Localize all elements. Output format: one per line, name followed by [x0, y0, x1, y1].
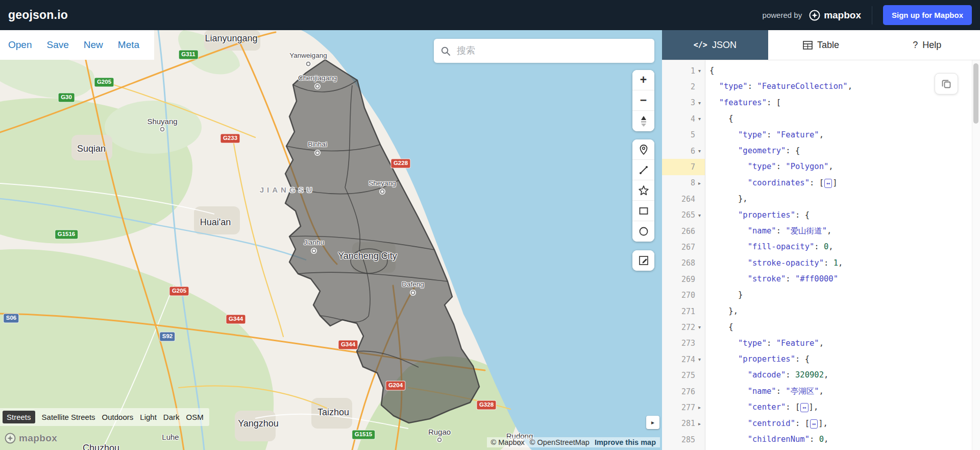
tab-table[interactable]: Table [768, 30, 874, 60]
pitch-toggle-button[interactable] [632, 111, 654, 131]
menu-meta[interactable]: Meta [118, 39, 139, 51]
token-num: 0 [824, 242, 828, 251]
edit-geometries-button[interactable] [632, 250, 654, 271]
code-line-6[interactable]: 6▾ "geometry": { [662, 143, 972, 159]
menu-save[interactable]: Save [46, 39, 68, 51]
fold-toggle-icon[interactable]: ▾ [695, 212, 704, 218]
fold-toggle-icon[interactable]: ▾ [695, 100, 704, 106]
style-option-outdoors[interactable]: Outdoors [102, 413, 134, 421]
draw-polygon-button[interactable] [632, 180, 654, 201]
draw-circle-button[interactable] [632, 221, 654, 242]
scrollbar-thumb[interactable] [973, 63, 978, 124]
folded-range-widget[interactable]: ↔ [800, 403, 808, 412]
code-line-267[interactable]: 267 "fill-opacity": 0, [662, 239, 972, 255]
editor-scrollbar[interactable] [972, 60, 980, 450]
line-content[interactable]: "features": [ [705, 95, 781, 111]
code-line-277[interactable]: 277▸ "center": [↔], [662, 399, 972, 415]
style-option-osm[interactable]: OSM [186, 413, 204, 421]
panel-collapse-button[interactable]: ▸ [646, 416, 659, 429]
line-content[interactable]: "type": "FeatureCollection", [705, 79, 852, 94]
line-content[interactable]: }, [705, 303, 738, 319]
line-content[interactable]: "fill-opacity": 0, [705, 239, 834, 255]
fold-toggle-icon[interactable]: ▾ [695, 148, 704, 154]
map-canvas[interactable]: LianyungangYanweigangChenjiagangShuyangS… [0, 30, 662, 450]
fold-toggle-icon[interactable]: ▾ [695, 357, 704, 362]
code-line-2[interactable]: 2 "type": "FeatureCollection", [662, 79, 972, 94]
search-input[interactable] [456, 45, 648, 57]
line-content[interactable]: } [705, 287, 743, 303]
attribution-mapbox[interactable]: © Mapbox [491, 438, 525, 446]
code-line-265[interactable]: 265▾ "properties": { [662, 207, 972, 223]
copy-button[interactable] [935, 73, 958, 94]
line-content[interactable]: "stroke": "#ff0000" [705, 271, 838, 287]
improve-this-map-link[interactable]: Improve this map [595, 438, 656, 446]
code-editor[interactable]: 1▾{2 "type": "FeatureCollection",3▾ "fea… [662, 60, 972, 450]
signup-button[interactable]: Sign up for Mapbox [883, 5, 972, 25]
zoom-out-button[interactable]: − [632, 90, 654, 111]
style-option-satellite-streets[interactable]: Satellite Streets [42, 413, 95, 421]
line-content[interactable]: { [705, 111, 733, 127]
mapbox-logo-link[interactable]: mapbox [808, 9, 861, 21]
line-content[interactable]: "properties": { [705, 351, 810, 367]
line-content[interactable]: { [705, 63, 714, 79]
code-line-275[interactable]: 275 "adcode": 320902, [662, 367, 972, 383]
line-number: 270 [681, 291, 695, 300]
code-line-269[interactable]: 269 "stroke": "#ff0000" [662, 271, 972, 287]
fold-toggle-icon[interactable]: ▸ [695, 405, 704, 410]
line-content[interactable]: }, [705, 191, 748, 207]
fold-toggle-icon[interactable]: ▾ [695, 324, 704, 330]
line-content[interactable]: "stroke-opacity": 1, [705, 255, 843, 271]
code-line-3[interactable]: 3▾ "features": [ [662, 95, 972, 111]
tab-json[interactable]: </>JSON [662, 30, 768, 60]
line-content[interactable]: "childrenNum": 0, [705, 432, 828, 447]
zoom-in-button[interactable]: + [632, 70, 654, 90]
code-line-273[interactable]: 273 "type": "Feature", [662, 336, 972, 351]
line-content[interactable]: "properties": { [705, 207, 810, 223]
tab-help[interactable]: ?Help [874, 30, 980, 60]
code-line-4[interactable]: 4▾ { [662, 111, 972, 127]
code-line-1[interactable]: 1▾{ [662, 63, 972, 79]
fold-toggle-icon[interactable]: ▾ [695, 116, 704, 122]
line-content[interactable]: "adcode": 320902, [705, 367, 828, 383]
draw-line-button[interactable] [632, 160, 654, 180]
folded-range-widget[interactable]: ↔ [810, 419, 818, 429]
fold-toggle-icon[interactable]: ▸ [695, 421, 704, 427]
line-content[interactable]: "name": "亭湖区", [705, 384, 824, 399]
code-line-276[interactable]: 276 "name": "亭湖区", [662, 384, 972, 399]
code-line-271[interactable]: 271 }, [662, 303, 972, 319]
style-option-dark[interactable]: Dark [163, 413, 180, 421]
fold-toggle-icon[interactable]: ▾ [695, 68, 704, 74]
code-line-264[interactable]: 264 }, [662, 191, 972, 207]
fold-toggle-icon[interactable]: ▸ [695, 180, 704, 186]
line-content[interactable]: "name": "爱山街道", [705, 223, 831, 239]
code-line-266[interactable]: 266 "name": "爱山街道", [662, 223, 972, 239]
code-line-285[interactable]: 285 "childrenNum": 0, [662, 432, 972, 447]
code-line-272[interactable]: 272▾ { [662, 319, 972, 335]
line-content[interactable]: { [705, 319, 733, 335]
folded-range-widget[interactable]: ↔ [824, 179, 832, 188]
code-line-270[interactable]: 270 } [662, 287, 972, 303]
menu-open[interactable]: Open [8, 39, 32, 51]
style-option-light[interactable]: Light [140, 413, 157, 421]
draw-rectangle-button[interactable] [632, 201, 654, 221]
style-option-streets[interactable]: Streets [3, 411, 35, 423]
code-line-274[interactable]: 274▾ "properties": { [662, 351, 972, 367]
menu-new[interactable]: New [84, 39, 103, 51]
attribution-osm[interactable]: © OpenStreetMap [530, 438, 590, 446]
app-logo[interactable]: geojson.io [8, 8, 68, 22]
line-content[interactable]: "type": "Polygon", [705, 159, 834, 175]
line-content[interactable]: "type": "Feature", [705, 336, 824, 351]
code-line-7[interactable]: 7 "type": "Polygon", [662, 159, 972, 175]
code-line-281[interactable]: 281▸ "centroid": [↔], [662, 416, 972, 432]
line-content[interactable]: "geometry": { [705, 143, 800, 159]
code-line-8[interactable]: 8▸ "coordinates": [↔] [662, 175, 972, 191]
draw-marker-button[interactable] [632, 139, 654, 160]
line-content[interactable]: "center": [↔], [705, 399, 818, 415]
code-line-268[interactable]: 268 "stroke-opacity": 1, [662, 255, 972, 271]
token-punc: : [767, 339, 776, 348]
line-content[interactable]: "coordinates": [↔] [705, 175, 838, 191]
line-content[interactable]: "centroid": [↔], [705, 416, 828, 432]
code-line-5[interactable]: 5 "type": "Feature", [662, 127, 972, 143]
line-content[interactable]: "type": "Feature", [705, 127, 824, 143]
mapbox-map-logo[interactable]: mapbox [4, 432, 57, 444]
